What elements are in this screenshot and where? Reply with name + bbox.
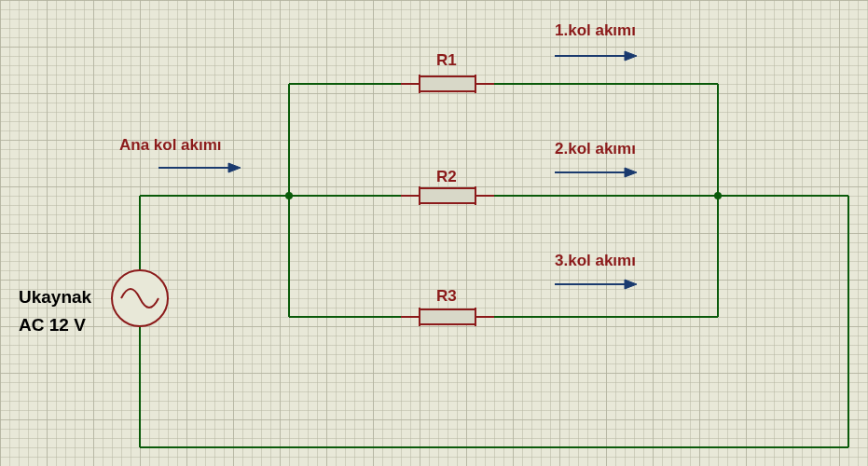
svg-marker-22	[625, 280, 637, 289]
branch3-current-arrow	[555, 280, 637, 289]
source-name-label: Ukaynak	[19, 287, 91, 308]
resistor-r2	[401, 186, 494, 205]
r3-label: R3	[436, 287, 457, 306]
svg-rect-2	[420, 76, 475, 91]
branch1-current-arrow	[555, 51, 637, 61]
main-branch-label: Ana kol akımı	[119, 136, 222, 155]
r2-label: R2	[436, 168, 457, 186]
svg-rect-12	[420, 309, 475, 324]
branch3-label: 3.kol akımı	[555, 252, 636, 270]
branch1-label: 1.kol akımı	[555, 21, 636, 40]
circuit-diagram	[0, 0, 868, 466]
main-current-arrow	[158, 163, 241, 172]
resistor-r1	[401, 75, 494, 93]
source-voltage-label: AC 12 V	[19, 315, 86, 336]
svg-marker-18	[625, 51, 637, 61]
branch2-current-arrow	[555, 168, 637, 177]
resistor-r3	[401, 308, 494, 326]
svg-marker-16	[228, 163, 241, 172]
svg-rect-7	[420, 188, 475, 203]
svg-marker-20	[625, 168, 637, 177]
junction-dot	[714, 192, 722, 199]
branch2-label: 2.kol akımı	[555, 140, 636, 158]
r1-label: R1	[436, 51, 457, 70]
junction-dot	[285, 192, 293, 199]
